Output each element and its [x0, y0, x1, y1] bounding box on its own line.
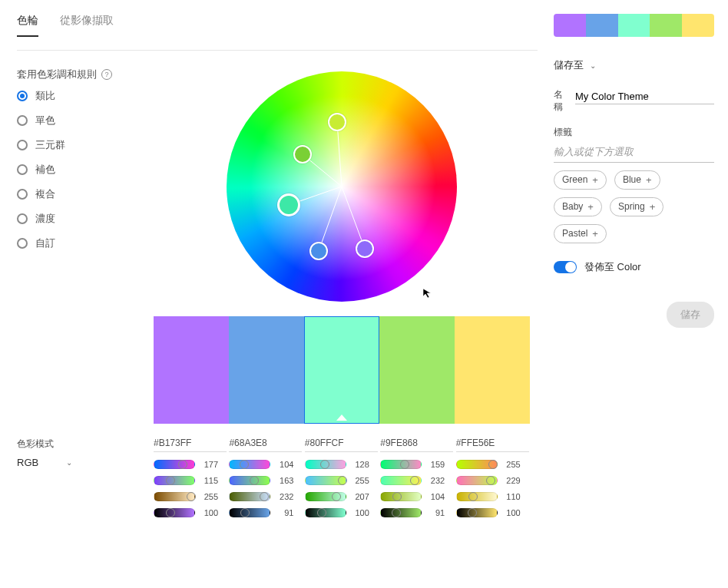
- hex-input[interactable]: #9FE868: [380, 438, 453, 452]
- tab-extract-image[interactable]: 從影像擷取: [60, 14, 114, 37]
- channel-value[interactable]: 91: [426, 508, 445, 517]
- channel-slider[interactable]: [229, 460, 270, 469]
- channel-value[interactable]: 255: [502, 460, 521, 469]
- channel-value[interactable]: 255: [351, 476, 369, 485]
- slider-handle[interactable]: [392, 492, 402, 501]
- swatch[interactable]: [229, 316, 304, 424]
- slider-handle[interactable]: [240, 508, 250, 517]
- hex-input[interactable]: #80FFCF: [305, 438, 378, 452]
- channel-slider[interactable]: [229, 508, 270, 517]
- color-mode-select[interactable]: RGB ⌄: [17, 457, 154, 468]
- channel-slider[interactable]: [380, 508, 422, 517]
- slider-handle[interactable]: [468, 508, 477, 517]
- slider-handle[interactable]: [320, 460, 329, 469]
- channel-value[interactable]: 177: [200, 460, 218, 469]
- slider-handle[interactable]: [486, 476, 495, 485]
- mini-swatch: [618, 14, 650, 37]
- tag-suggestion[interactable]: Baby+: [554, 197, 602, 216]
- channel-slider[interactable]: [154, 492, 195, 501]
- hex-input[interactable]: #B173FF: [154, 438, 227, 452]
- swatch[interactable]: [304, 316, 379, 424]
- wheel-handle[interactable]: [293, 145, 312, 164]
- hex-input[interactable]: #68A3E8: [229, 438, 302, 452]
- channel-value[interactable]: 232: [426, 476, 445, 485]
- channel-slider[interactable]: [456, 460, 498, 469]
- plus-icon: +: [646, 174, 652, 186]
- channel-value[interactable]: 100: [351, 508, 369, 517]
- channel-value[interactable]: 128: [351, 460, 369, 469]
- slider-handle[interactable]: [400, 460, 409, 469]
- channel-value[interactable]: 104: [426, 492, 445, 501]
- channel-slider[interactable]: [456, 476, 498, 485]
- slider-handle[interactable]: [468, 492, 478, 501]
- channel-slider[interactable]: [154, 476, 195, 485]
- color-wheel[interactable]: [227, 71, 457, 302]
- channel-slider[interactable]: [305, 476, 346, 485]
- harmony-option-5[interactable]: 濃度: [17, 212, 138, 226]
- channel-value[interactable]: 110: [502, 492, 521, 501]
- channel-slider[interactable]: [380, 460, 422, 469]
- channel-value[interactable]: 115: [200, 476, 218, 485]
- swatch[interactable]: [154, 316, 229, 424]
- harmony-option-1[interactable]: 單色: [17, 114, 138, 127]
- tag-suggestion[interactable]: Spring+: [610, 197, 663, 216]
- harmony-option-2[interactable]: 三元群: [17, 138, 138, 152]
- channel-slider[interactable]: [380, 476, 422, 485]
- tag-suggestion[interactable]: Blue+: [614, 170, 660, 190]
- publish-toggle[interactable]: [554, 261, 577, 273]
- tag-suggestion[interactable]: Pastel+: [554, 224, 607, 243]
- slider-handle[interactable]: [338, 476, 347, 485]
- slider-handle[interactable]: [166, 476, 175, 485]
- slider-handle[interactable]: [332, 492, 341, 501]
- slider-handle[interactable]: [488, 460, 498, 469]
- channel-slider[interactable]: [380, 492, 422, 501]
- channel-value[interactable]: 255: [200, 492, 218, 501]
- tag-suggestion[interactable]: Green+: [554, 170, 607, 190]
- slider-handle[interactable]: [410, 476, 419, 485]
- channel-slider[interactable]: [154, 460, 195, 469]
- channel-slider[interactable]: [305, 492, 346, 501]
- channel-slider[interactable]: [305, 460, 346, 469]
- harmony-option-6[interactable]: 自訂: [17, 236, 138, 250]
- slider-handle[interactable]: [178, 460, 187, 469]
- channel-value[interactable]: 100: [200, 508, 218, 517]
- channel-value[interactable]: 104: [275, 460, 293, 469]
- channel-value[interactable]: 207: [351, 492, 369, 501]
- wheel-handle[interactable]: [328, 113, 346, 131]
- save-button[interactable]: 儲存: [667, 302, 714, 328]
- channel-value[interactable]: 159: [426, 460, 445, 469]
- harmony-option-3[interactable]: 補色: [17, 163, 138, 177]
- channel-slider[interactable]: [305, 508, 346, 517]
- theme-name-input[interactable]: [575, 89, 714, 104]
- channel-slider[interactable]: [154, 508, 195, 517]
- tab-color-wheel[interactable]: 色輪: [17, 14, 38, 37]
- slider-handle[interactable]: [392, 508, 401, 517]
- channel-slider[interactable]: [229, 492, 270, 501]
- channel-value[interactable]: 100: [502, 508, 521, 517]
- slider-handle[interactable]: [260, 492, 269, 501]
- slider-handle[interactable]: [250, 476, 259, 485]
- harmony-option-0[interactable]: 類比: [17, 89, 138, 103]
- slider-handle[interactable]: [187, 492, 196, 501]
- swatch[interactable]: [379, 316, 455, 424]
- save-to-label: 儲存至: [554, 58, 584, 72]
- slider-handle[interactable]: [317, 508, 326, 517]
- wheel-handle[interactable]: [356, 239, 374, 258]
- channel-value[interactable]: 163: [275, 476, 293, 485]
- channel-slider[interactable]: [456, 508, 498, 517]
- wheel-handle[interactable]: [309, 242, 328, 260]
- harmony-option-4[interactable]: 複合: [17, 187, 138, 201]
- channel-value[interactable]: 91: [275, 508, 293, 517]
- channel-value[interactable]: 229: [502, 476, 521, 485]
- channel-slider[interactable]: [456, 492, 498, 501]
- channel-slider[interactable]: [229, 476, 270, 485]
- hex-input[interactable]: #FFE56E: [456, 438, 529, 452]
- channel-value[interactable]: 232: [275, 492, 293, 501]
- tags-input[interactable]: 輸入或從下方選取: [554, 144, 714, 163]
- swatch[interactable]: [455, 316, 530, 424]
- save-to-dropdown[interactable]: 儲存至 ⌄: [554, 58, 714, 72]
- help-icon[interactable]: ?: [101, 69, 112, 80]
- slider-handle[interactable]: [166, 508, 175, 517]
- slider-handle[interactable]: [240, 460, 249, 469]
- wheel-handle[interactable]: [277, 193, 300, 216]
